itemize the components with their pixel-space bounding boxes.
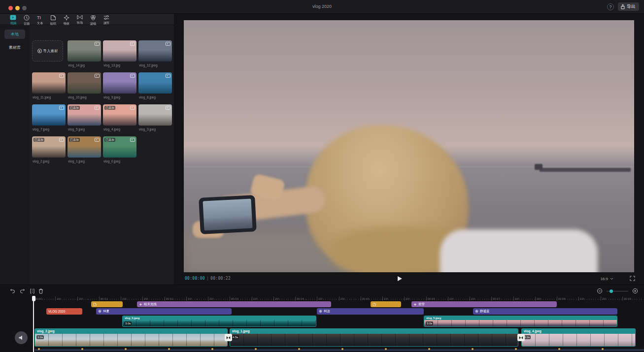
- zoom-slider-knob[interactable]: [610, 289, 613, 293]
- redo-button[interactable]: [19, 288, 26, 294]
- video-clip[interactable]: vlog_5.jpeg3.0s: [424, 316, 617, 327]
- ruler-label: 20f: [601, 296, 606, 300]
- added-badge: 已添加: [104, 106, 115, 110]
- video-icon: [10, 15, 16, 20]
- duration-badge: 3.0s: [124, 321, 132, 325]
- zoom-out-icon[interactable]: [597, 288, 603, 294]
- tab-video[interactable]: 视频: [6, 14, 20, 25]
- filmstrip-frames: [522, 334, 635, 346]
- tab-adjust[interactable]: 调节: [100, 14, 113, 25]
- tab-audio[interactable]: 音频: [20, 14, 33, 25]
- chevron-down-icon: [610, 278, 613, 280]
- media-item[interactable]: 已添加vlog_2.jpeg: [32, 136, 66, 158]
- transition-button[interactable]: [517, 334, 525, 341]
- media-item[interactable]: vlog_11.jpeg: [32, 72, 66, 94]
- beat-marker: [515, 348, 517, 350]
- timecode: 00:00:00|00:00:22: [185, 276, 231, 281]
- track-mute-button[interactable]: [15, 331, 28, 344]
- media-item[interactable]: vlog_12.jpeg: [138, 40, 172, 62]
- clip-sticker[interactable]: [91, 301, 123, 307]
- timeline-zoom-slider[interactable]: [607, 288, 628, 294]
- ruler-label: 10f: [448, 296, 453, 300]
- sidebar-item-library[interactable]: 素材库: [4, 43, 25, 52]
- import-material-button[interactable]: 导入素材: [32, 40, 63, 62]
- video-clip[interactable]: vlog_4.jpeg3.0s: [521, 328, 636, 347]
- tab-text[interactable]: TI文本: [33, 14, 46, 25]
- image-type-icon: [95, 42, 100, 46]
- fullscreen-button[interactable]: [630, 276, 635, 281]
- tab-filter[interactable]: 滤镜: [86, 14, 100, 25]
- video-clip[interactable]: vlog_1.jpeg4.5s: [230, 328, 518, 347]
- tab-sticker[interactable]: 贴纸: [46, 14, 60, 25]
- media-item[interactable]: 已添加vlog_4.jpeg: [103, 104, 136, 126]
- zoom-in-icon[interactable]: [632, 288, 638, 294]
- tab-effects[interactable]: 特效: [60, 14, 73, 25]
- media-item[interactable]: vlog_9.jpeg: [103, 72, 136, 94]
- filter-icon: [319, 310, 322, 313]
- timecode-total: 00:00:22: [210, 276, 231, 281]
- export-button[interactable]: 导出: [618, 2, 639, 11]
- aspect-ratio-value: 16:9: [600, 277, 608, 281]
- video-clip[interactable]: vlog_2.jpeg3.0s: [34, 328, 228, 347]
- delete-button[interactable]: [37, 288, 44, 294]
- clip-effect[interactable]: 晴天光线: [137, 301, 331, 307]
- media-item[interactable]: vlog_10.jpeg: [68, 72, 101, 94]
- clip-label: 静谧蓝: [480, 309, 490, 314]
- clip-text[interactable]: VLOG 2020: [46, 308, 82, 315]
- media-item[interactable]: vlog_7.jpeg: [32, 104, 66, 126]
- filmstrip-frames: [35, 334, 227, 346]
- clip-effect[interactable]: 星空: [411, 301, 557, 307]
- window-title: vlog 2020: [0, 4, 644, 9]
- speaker-icon: [18, 335, 24, 341]
- video-clip[interactable]: vlog_0.jpeg3.0s: [122, 316, 316, 327]
- beat-marker: [385, 348, 387, 350]
- sticker-icon: [50, 15, 56, 21]
- media-item[interactable]: 已添加vlog_1.jpeg: [68, 136, 101, 158]
- media-item[interactable]: vlog_8.jpeg: [138, 72, 172, 94]
- added-badge: 已添加: [34, 138, 44, 142]
- timeline-toolbar: [0, 285, 644, 297]
- play-button[interactable]: [396, 275, 404, 283]
- transition-button[interactable]: [225, 334, 232, 341]
- playhead-handle[interactable]: [32, 296, 35, 301]
- media-item[interactable]: vlog_3.jpeg: [138, 104, 172, 126]
- clip-sticker[interactable]: [371, 301, 401, 307]
- aspect-ratio-dropdown[interactable]: 16:9: [600, 277, 613, 281]
- text-icon: TI: [36, 15, 43, 20]
- track-overlay-video: vlog_0.jpeg3.0svlog_5.jpeg3.0s: [0, 316, 644, 327]
- ruler-label: 20f: [273, 296, 279, 300]
- undo-icon: [10, 288, 15, 293]
- media-item-name: vlog_2.jpeg: [33, 160, 49, 163]
- ruler-label: 20f: [142, 296, 148, 300]
- clip-filter[interactable]: 静谧蓝: [473, 308, 617, 315]
- tab-transition[interactable]: 转场: [73, 14, 86, 25]
- media-panel: 视频音频TI文本贴纸特效转场滤镜调节 本地素材库 导入素材vlog_14.jpg…: [0, 14, 174, 285]
- timeline-zoom-controls: [597, 288, 638, 294]
- duration-badge: 3.0s: [426, 321, 433, 325]
- track-effects-stickers: 晴天光线星空: [0, 301, 644, 307]
- clip-filter[interactable]: 柯达: [317, 308, 424, 315]
- audio-icon: [24, 15, 30, 21]
- beat-marker: [38, 348, 40, 350]
- video-clip-name: vlog_1.jpeg: [230, 329, 518, 334]
- media-item[interactable]: 已添加vlog_0.jpeg: [103, 136, 136, 158]
- sidebar-item-local[interactable]: 本地: [4, 30, 25, 39]
- ruler-label: 10f: [186, 296, 192, 300]
- export-icon: [620, 4, 625, 9]
- undo-button[interactable]: [9, 288, 16, 294]
- help-button[interactable]: ?: [607, 3, 614, 10]
- media-item-name: vlog_0.jpeg: [103, 160, 120, 163]
- clip-label: 柯达: [324, 309, 330, 314]
- split-button[interactable]: [29, 288, 35, 294]
- ruler-label: 10f: [121, 296, 126, 300]
- media-item-name: vlog_1.jpeg: [68, 160, 85, 163]
- clip-filter[interactable]: 仲夏: [96, 308, 232, 315]
- ruler-label: 00:09: [622, 296, 631, 300]
- media-item[interactable]: 已添加vlog_5.jpeg: [68, 104, 101, 126]
- media-item[interactable]: vlog_13.jpg: [103, 40, 136, 62]
- ruler-label: 00:08: [557, 296, 566, 300]
- media-item[interactable]: vlog_14.jpg: [68, 40, 101, 62]
- media-item-name: vlog_4.jpeg: [103, 128, 120, 131]
- transition-icon: [226, 336, 231, 340]
- tab-text-label: 文本: [36, 21, 43, 26]
